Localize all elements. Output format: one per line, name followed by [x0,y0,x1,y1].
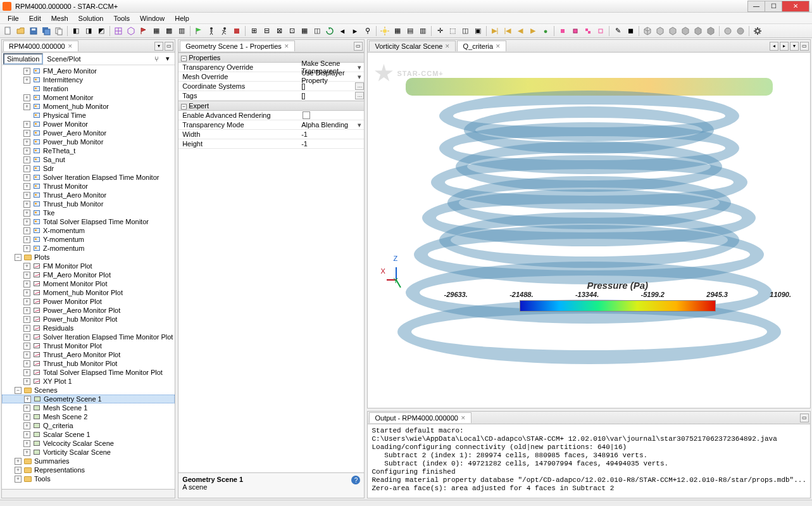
camera-icon[interactable]: ⚲ [362,25,373,37]
mode-simulation[interactable]: Simulation [3,53,43,65]
tool-icon[interactable]: ◨ [83,25,94,37]
expander-icon[interactable]: + [23,174,30,181]
tree-item[interactable]: +X-momentum [2,226,175,235]
close-tab-icon[interactable]: ✕ [68,43,73,49]
tree-item[interactable]: +Power_hub Monitor [2,137,175,146]
tree-item[interactable]: +Y-momentum [2,235,175,244]
property-section[interactable]: −Expert [178,101,364,111]
expander-icon[interactable]: + [23,272,30,279]
filter-icon[interactable]: ⑂ [151,53,162,65]
tree-item[interactable]: +Sdr [2,164,175,173]
tree-item[interactable]: +Vorticity Scalar Scene [2,448,175,457]
expander-icon[interactable]: + [23,121,30,128]
tab-output[interactable]: Output - RPM4000.000000✕ [369,412,471,423]
tree-item[interactable]: +Total Solver Elapsed Time Monitor [2,217,175,226]
expander-icon[interactable]: + [23,201,30,208]
tree-item[interactable]: −Plots [2,253,175,262]
nav-back-icon[interactable]: ◄ [337,25,348,37]
property-value[interactable] [299,111,364,119]
tree-item[interactable]: Iteration [2,84,175,93]
tree-item[interactable]: +Representations [2,465,175,474]
grid-icon[interactable]: ▤ [404,25,416,37]
tree-item[interactable]: +Moment Monitor Plot [2,279,175,288]
expander-icon[interactable]: + [23,298,30,305]
tab-simulation[interactable]: RPM4000.000000✕ [3,41,78,51]
simulation-tree[interactable]: +FM_Aero Monitor+IntermittencyIteration+… [2,65,175,489]
cube-icon[interactable] [692,25,704,37]
cube-icon[interactable] [705,25,716,37]
sphere-icon[interactable] [735,25,746,37]
person-walk-icon[interactable] [206,25,217,37]
expander-icon[interactable]: + [23,139,30,146]
tree-item[interactable]: +Thrust_Aero Monitor Plot [2,350,175,359]
flag-icon[interactable] [138,25,149,37]
stop-icon[interactable] [231,25,242,37]
expander-icon[interactable]: + [23,148,30,155]
tree-item[interactable]: Physical Time [2,111,175,120]
ellipsis-button[interactable]: … [355,82,364,90]
grid-icon[interactable]: ▦ [392,25,403,37]
expander-icon[interactable]: + [15,458,22,465]
property-value[interactable]: []… [299,92,364,99]
view-icon[interactable]: ⊞ [248,25,259,37]
expander-icon[interactable]: − [15,254,22,261]
tree-item[interactable]: +Thrust Monitor [2,182,175,191]
expander-icon[interactable]: + [23,422,30,429]
tool-icon[interactable]: ◧ [70,25,82,37]
panel-minimize-icon[interactable]: ▭ [165,42,173,51]
tree-item[interactable]: +Moment_hub Monitor Plot [2,288,175,297]
minimize-button[interactable]: — [747,1,765,12]
shade-icon[interactable]: ◼ [625,25,636,37]
menu-solution[interactable]: Solution [73,13,109,23]
play-icon[interactable]: ● [540,25,551,37]
expander-icon[interactable]: + [23,343,30,350]
cube-icon[interactable] [680,25,691,37]
tree-item[interactable]: +Power_Aero Monitor Plot [2,306,175,315]
expander-icon[interactable]: − [15,387,22,394]
pick-icon[interactable] [570,25,581,37]
tree-item[interactable]: +Velcocity Scalar Scene [2,439,175,448]
select-icon[interactable]: ⬚ [447,25,458,37]
tree-item[interactable]: +XY Plot 1 [2,377,175,386]
tool-icon[interactable]: ◩ [96,25,107,37]
expander-icon[interactable]: + [23,227,30,234]
expander-icon[interactable]: + [23,192,30,199]
tab-q-criteria[interactable]: Q_criteria✕ [457,41,506,51]
expander-icon[interactable]: + [15,476,22,483]
expander-icon[interactable]: + [23,68,30,75]
close-tab-icon[interactable]: ✕ [496,43,501,49]
tree-item[interactable]: +FM Monitor Plot [2,262,175,270]
expander-icon[interactable]: + [23,245,30,252]
nav-fwd-icon[interactable]: ► [349,25,361,37]
collapse-icon[interactable]: − [181,104,187,110]
property-value[interactable]: []… [299,82,364,90]
checkbox[interactable] [303,111,310,119]
collapse-icon[interactable]: − [181,56,187,61]
property-value[interactable]: -1 [299,130,364,138]
expander-icon[interactable]: + [23,440,30,447]
expander-icon[interactable]: + [23,289,30,296]
property-value[interactable]: Alpha Blending▾ [299,121,364,129]
tab-vorticity-scene[interactable]: Vorticity Scalar Scene✕ [369,41,456,51]
tree-item[interactable]: +Power Monitor Plot [2,297,175,306]
tree-item[interactable]: +Power Monitor [2,120,175,129]
tree-item[interactable]: +Tke [2,208,175,217]
pick-icon[interactable] [582,25,594,37]
pick-icon[interactable] [595,25,606,37]
panel-menu-icon[interactable]: ▾ [154,42,163,51]
expander-icon[interactable]: + [23,334,30,341]
expander-icon[interactable]: + [23,307,30,314]
tree-item[interactable]: +Thrust_hub Monitor [2,199,175,208]
tree-item[interactable]: +FM_Aero Monitor [2,66,175,75]
mesh-icon[interactable] [125,25,137,37]
cube-icon[interactable] [642,25,653,37]
step-back-icon[interactable]: ◀ [515,25,526,37]
expander-icon[interactable]: + [23,210,30,217]
tree-item[interactable]: +Power_Aero Monitor [2,129,175,137]
output-console[interactable]: Started default macro: C:\Users\wie\AppD… [368,424,810,498]
expander-icon[interactable]: + [23,156,30,163]
expander-icon[interactable]: + [23,94,30,101]
save-icon[interactable] [28,25,39,37]
expander-icon[interactable]: + [23,325,30,332]
tree-item[interactable]: +FM_Aero Monitor Plot [2,270,175,279]
